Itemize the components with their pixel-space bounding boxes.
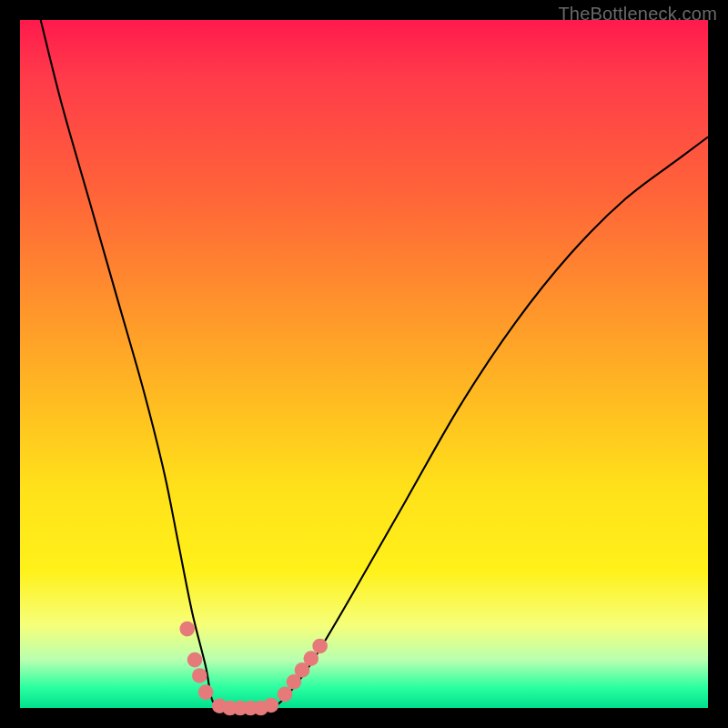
curve-marker bbox=[192, 668, 207, 683]
curve-marker bbox=[278, 687, 293, 703]
curve-marker bbox=[312, 639, 328, 654]
curve-marker bbox=[187, 652, 203, 668]
curve-markers bbox=[179, 622, 328, 716]
watermark-text: TheBottleneck.com bbox=[558, 4, 717, 25]
curve-marker bbox=[179, 622, 195, 637]
bottleneck-curve bbox=[41, 20, 708, 709]
curve-marker bbox=[303, 651, 318, 666]
chart-frame: TheBottleneck.com bbox=[0, 0, 728, 728]
curve-marker bbox=[264, 698, 279, 713]
curve-layer bbox=[20, 20, 708, 708]
curve-marker bbox=[198, 684, 214, 700]
